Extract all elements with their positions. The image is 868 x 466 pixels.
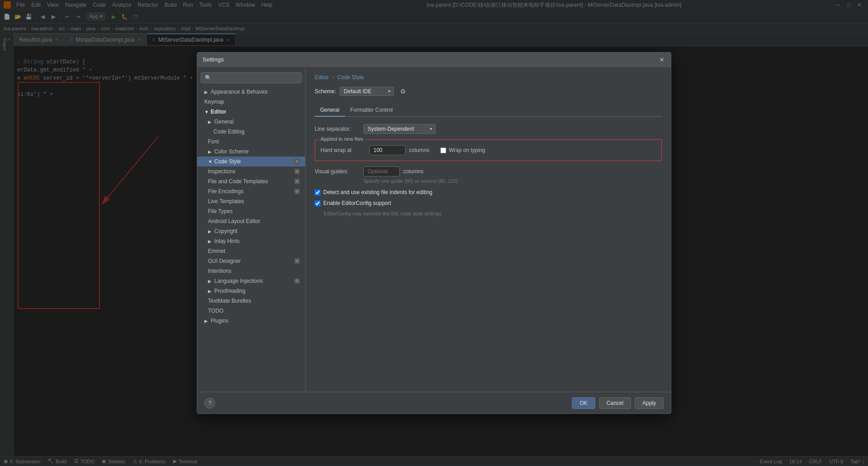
plugins-label: Plugins [211, 318, 228, 324]
content-breadcrumb-code-style: Code Style [337, 74, 364, 81]
line-separator-row: Line separator: System-Dependent [315, 124, 662, 134]
general-label: General [214, 119, 234, 125]
emmet-label: Emmet [208, 248, 225, 254]
dialog-title: Settings [203, 56, 224, 63]
language-injections-label: Language Injections [214, 278, 263, 284]
editorconfig-row: Enable EditorConfig support [315, 200, 662, 206]
language-injections-arrow: ▶ [208, 279, 212, 284]
nav-plugins[interactable]: ▶ Plugins [197, 316, 305, 326]
code-editing-label: Code Editing [213, 128, 245, 135]
nav-color-scheme[interactable]: ▶ Color Scheme [197, 147, 305, 157]
nav-proofreading[interactable]: ▶ Proofreading [197, 286, 305, 296]
nav-code-style[interactable]: ▼ Code Style ⚙ [197, 157, 305, 166]
nav-file-types[interactable]: File Types [197, 206, 305, 216]
wrap-on-typing-checkbox[interactable] [440, 147, 446, 153]
scheme-gear-button[interactable]: ⚙ [397, 86, 408, 97]
line-separator-label: Line separator: [315, 126, 360, 132]
file-types-label: File Types [208, 208, 232, 214]
color-scheme-arrow: ▶ [208, 149, 212, 154]
dialog-titlebar: Settings ✕ [197, 52, 671, 67]
cancel-button[interactable]: Cancel [599, 397, 631, 409]
inspections-badge: ⚙ [294, 169, 300, 174]
file-code-templates-label: File and Code Templates [208, 178, 268, 185]
nav-emmet[interactable]: Emmet [197, 246, 305, 256]
code-style-badge: ⚙ [294, 159, 300, 164]
content-breadcrumb-editor: Editor [315, 74, 329, 81]
editorconfig-sublabel: EditorConfig may override the IDE code s… [315, 211, 662, 216]
nav-todo[interactable]: TODO [197, 306, 305, 316]
content-breadcrumb-sep: › [332, 74, 334, 81]
intentions-label: Intentions [208, 268, 231, 274]
scheme-row: Scheme: Default IDE ⚙ [315, 86, 662, 97]
todo-nav-label: TODO [208, 308, 223, 314]
settings-search-input[interactable] [201, 72, 302, 83]
inlay-hints-arrow: ▶ [208, 239, 212, 244]
hardwrap-input[interactable] [369, 145, 406, 155]
editor-arrow: ▼ [204, 109, 209, 114]
live-templates-label: Live Templates [208, 198, 244, 204]
detect-indents-row: Detect and use existing file indents for… [315, 189, 662, 195]
scheme-label: Scheme: [315, 88, 336, 95]
visual-guides-label: Visual guides: [315, 168, 360, 175]
settings-dialog: Settings ✕ ▶ Appearance & Behavior Keyma… [197, 52, 671, 414]
nav-inlay-hints[interactable]: ▶ Inlay Hints [197, 236, 305, 246]
appearance-arrow: ▶ [204, 90, 209, 95]
nav-keymap[interactable]: Keymap [197, 97, 305, 107]
file-encodings-label: File Encodings [208, 188, 244, 195]
color-scheme-label: Color Scheme [214, 148, 249, 155]
settings-content-breadcrumb: Editor › Code Style [315, 74, 662, 81]
nav-file-encodings[interactable]: File Encodings ⚙ [197, 186, 305, 196]
settings-nav: ▶ Appearance & Behavior Keymap ▼ Editor … [197, 67, 306, 392]
visual-guides-input[interactable] [363, 166, 400, 176]
wrap-on-typing-row: Wrap on typing [440, 147, 486, 153]
nav-live-templates[interactable]: Live Templates [197, 196, 305, 206]
nav-copyright[interactable]: ▶ Copyright [197, 226, 305, 236]
columns-label: columns [409, 147, 429, 153]
scheme-select-wrap: Default IDE [340, 87, 394, 96]
hardwrap-applied-label: Applied to new files [319, 136, 365, 142]
settings-content: Editor › Code Style Scheme: Default IDE … [306, 67, 671, 392]
language-injections-badge: ⚙ [294, 278, 300, 284]
nav-appearance[interactable]: ▶ Appearance & Behavior [197, 87, 305, 97]
line-separator-select[interactable]: System-Dependent [363, 124, 436, 134]
nav-gui-designer[interactable]: GUI Designer ⚙ [197, 256, 305, 266]
tab-formatter-control[interactable]: Formatter Control [345, 104, 398, 117]
nav-android-layout-editor[interactable]: Android Layout Editor [197, 216, 305, 226]
content-tabs: General Formatter Control [315, 104, 662, 117]
copyright-arrow: ▶ [208, 229, 212, 234]
proofreading-label: Proofreading [214, 288, 245, 294]
dialog-overlay: Settings ✕ ▶ Appearance & Behavior Keyma… [0, 0, 868, 466]
scheme-select[interactable]: Default IDE [340, 87, 394, 96]
apply-button[interactable]: Apply [635, 397, 664, 409]
editorconfig-label: Enable EditorConfig support [323, 200, 391, 206]
detect-indents-checkbox[interactable] [315, 190, 321, 195]
nav-code-editing[interactable]: Code Editing [197, 127, 305, 137]
nav-intentions[interactable]: Intentions [197, 266, 305, 276]
hardwrap-section: Applied to new files Hard wrap at column… [315, 139, 662, 161]
inlay-hints-label: Inlay Hints [214, 238, 240, 244]
ok-button[interactable]: OK [572, 397, 595, 409]
copyright-label: Copyright [214, 228, 237, 234]
gui-designer-label: GUI Designer [208, 258, 241, 264]
nav-font[interactable]: Font [197, 137, 305, 147]
visual-guides-columns: columns [403, 168, 424, 175]
dialog-body: ▶ Appearance & Behavior Keymap ▼ Editor … [197, 67, 671, 392]
nav-textmate-bundles[interactable]: TextMate Bundles [197, 296, 305, 306]
nav-inspections[interactable]: Inspections ⚙ [197, 166, 305, 176]
gui-designer-badge: ⚙ [294, 258, 300, 264]
wrap-on-typing-label: Wrap on typing [449, 147, 486, 153]
visual-guides-hint: Specify one guide (80) or several (80, 1… [315, 178, 662, 184]
nav-language-injections[interactable]: ▶ Language Injections ⚙ [197, 276, 305, 286]
nav-editor[interactable]: ▼ Editor [197, 107, 305, 117]
tab-general[interactable]: General [315, 104, 345, 117]
detect-indents-label: Detect and use existing file indents for… [323, 189, 432, 195]
plugins-arrow: ▶ [204, 319, 209, 323]
nav-file-code-templates[interactable]: File and Code Templates ⚙ [197, 176, 305, 186]
help-button[interactable]: ? [204, 398, 215, 409]
editorconfig-checkbox[interactable] [315, 200, 321, 206]
textmate-bundles-label: TextMate Bundles [208, 298, 251, 304]
dialog-footer: ? OK Cancel Apply [197, 392, 671, 414]
nav-general[interactable]: ▶ General [197, 117, 305, 127]
dialog-close-button[interactable]: ✕ [658, 56, 665, 63]
file-code-templates-badge: ⚙ [294, 179, 300, 184]
